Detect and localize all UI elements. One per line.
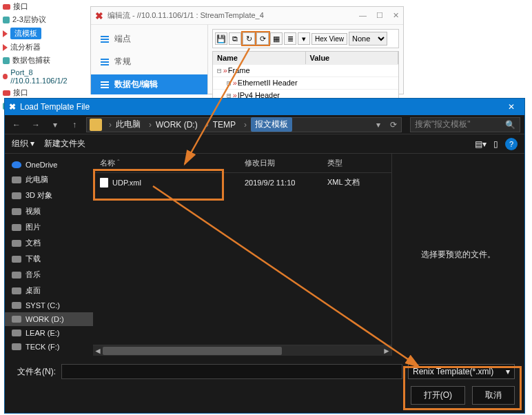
- nav-item-selected[interactable]: 流模板: [0, 26, 86, 41]
- sidebar-item[interactable]: 下载: [5, 251, 93, 267]
- sidebar-item-label: SYST (C:): [25, 301, 60, 310]
- sidebar-item-label: TECK (F:): [25, 343, 60, 351]
- search-input[interactable]: 搜索"报文模板" 🔍: [410, 117, 520, 132]
- open-button[interactable]: 打开(O): [411, 386, 465, 405]
- tool-import-icon[interactable]: ↻: [243, 32, 255, 45]
- crumb-item[interactable]: WORK (D:): [156, 120, 198, 130]
- file-list: 名称 ˆ 修改日期 类型 UDP.xml 2019/9/2 11:10 XML …: [93, 154, 392, 356]
- preview-text: 选择要预览的文件。: [421, 249, 495, 261]
- sidebar-item-label: 此电脑: [25, 174, 48, 185]
- scroll-right-icon[interactable]: ►: [382, 345, 391, 356]
- chevron-right-icon[interactable]: ›: [109, 120, 112, 130]
- nav-label: 接口: [13, 88, 28, 98]
- preview-pane-button[interactable]: ▯: [493, 139, 498, 149]
- sidebar-item[interactable]: 3D 对象: [5, 188, 93, 203]
- sidebar-item[interactable]: SYST (C:): [5, 298, 93, 312]
- tool-layers-icon[interactable]: ≣: [284, 32, 296, 45]
- dialog-titlebar: ✖ Load Template File ✕: [5, 99, 524, 115]
- nav-label: 流模板: [10, 28, 41, 39]
- tool-save-icon[interactable]: 💾: [215, 32, 227, 45]
- maximize-icon[interactable]: ☐: [376, 11, 383, 20]
- sidebar-item[interactable]: WORK (D:): [5, 312, 93, 326]
- col-name: Name: [213, 52, 306, 64]
- tool-down-icon[interactable]: ▾: [298, 32, 310, 45]
- grid-row[interactable]: ⊞» EthernetII Header: [213, 77, 398, 89]
- sidebar-item-label: 下载: [25, 254, 41, 264]
- horizontal-scrollbar[interactable]: ◄ ►: [93, 345, 391, 356]
- nav-label: 2-3层协议: [12, 14, 46, 25]
- col-type[interactable]: 类型: [327, 158, 385, 168]
- newfolder-button[interactable]: 新建文件夹: [44, 138, 85, 150]
- filename-input[interactable]: [61, 364, 402, 379]
- grid-row[interactable]: ⊟» Frame: [213, 64, 398, 77]
- nav-general[interactable]: 常规: [91, 52, 207, 72]
- nav-item[interactable]: 接口: [0, 0, 86, 13]
- window-titlebar: ✖ 编辑流 - //10.0.11.106/1/1 : StreamTempla…: [91, 7, 403, 25]
- crumb-item[interactable]: TEMP: [213, 120, 236, 130]
- chevron-down-icon[interactable]: ▾: [371, 118, 386, 132]
- sort-asc-icon: ˆ: [117, 159, 120, 167]
- filter-text: Renix Template(*.xml): [413, 367, 493, 376]
- sidebar-item[interactable]: 图片: [5, 219, 93, 235]
- close-icon[interactable]: ✕: [393, 11, 399, 20]
- tool-copy-icon[interactable]: ⧉: [229, 32, 241, 45]
- nav-item[interactable]: 2-3层协议: [0, 13, 86, 26]
- sidebar-item[interactable]: LEAR (E:): [5, 326, 93, 340]
- chevron-down-icon: ▾: [506, 367, 510, 376]
- search-icon: 🔍: [505, 120, 515, 130]
- file-type-select[interactable]: Renix Template(*.xml) ▾: [408, 364, 515, 379]
- recent-icon[interactable]: ▾: [48, 118, 63, 132]
- sidebar-item[interactable]: 此电脑: [5, 172, 93, 188]
- nav-item[interactable]: 流分析器: [0, 41, 86, 54]
- nav-item[interactable]: 数据包捕获: [0, 54, 86, 67]
- file-type: XML 文档: [327, 177, 385, 188]
- scroll-left-icon[interactable]: ◄: [93, 345, 103, 356]
- breadcrumb[interactable]: ›此电脑 ›WORK (D:) ›TEMP ›报文模板 ▾ ⟳: [86, 117, 402, 132]
- minimize-icon[interactable]: —: [359, 11, 367, 20]
- refresh-icon[interactable]: ⟳: [386, 118, 401, 132]
- sidebar-item-label: WORK (D:): [25, 315, 64, 323]
- col-date[interactable]: 修改日期: [245, 158, 327, 168]
- drive-icon: [12, 316, 21, 323]
- nav-label: 数据包捕获: [12, 55, 50, 65]
- tool-refresh-icon[interactable]: ⟳: [256, 32, 269, 45]
- dialog-footer: 文件名(N): Renix Template(*.xml) ▾ 打开(O) 取消: [5, 356, 524, 413]
- drive-icon: [12, 302, 21, 309]
- cancel-button[interactable]: 取消: [472, 386, 515, 405]
- col-name[interactable]: 名称 ˆ: [100, 158, 245, 168]
- hex-view-button[interactable]: Hex View: [311, 33, 347, 45]
- file-row[interactable]: UDP.xml 2019/9/2 11:10 XML 文档: [93, 173, 391, 192]
- help-icon[interactable]: ?: [505, 138, 518, 150]
- chevron-right-icon[interactable]: ›: [244, 120, 247, 130]
- forward-icon[interactable]: →: [28, 118, 43, 132]
- sidebar-item[interactable]: OneDrive: [5, 158, 93, 172]
- drive-icon: [12, 256, 21, 263]
- expand-icon[interactable]: ⊞: [227, 79, 232, 88]
- nav-item[interactable]: Port_8 //10.0.11.106/1/2: [0, 67, 86, 86]
- back-icon[interactable]: ←: [9, 118, 24, 132]
- chevron-right-icon[interactable]: ›: [206, 120, 209, 130]
- drive-icon: [12, 208, 21, 215]
- sidebar-item[interactable]: 音乐: [5, 267, 93, 283]
- view-mode-select[interactable]: None: [349, 32, 387, 45]
- collapse-icon[interactable]: ⊟: [217, 66, 222, 75]
- crumb-item[interactable]: 此电脑: [116, 119, 141, 130]
- sidebar-item-label: 3D 对象: [25, 190, 52, 201]
- close-icon[interactable]: ✕: [502, 102, 520, 112]
- sidebar-item[interactable]: 桌面: [5, 283, 93, 298]
- file-area: 名称 ˆ 修改日期 类型 UDP.xml 2019/9/2 11:10 XML …: [93, 154, 524, 356]
- view-mode-button[interactable]: ▤▾: [475, 139, 487, 149]
- tool-grid-icon[interactable]: ▦: [270, 32, 283, 45]
- frame-icon: »: [223, 66, 226, 74]
- sidebar-item[interactable]: 文档: [5, 235, 93, 251]
- nav-packet-edit[interactable]: 数据包/编辑: [91, 74, 207, 94]
- chevron-right-icon[interactable]: ›: [149, 120, 152, 130]
- crumb-item-current[interactable]: 报文模板: [251, 117, 292, 132]
- sidebar-item[interactable]: TECK (F:): [5, 340, 93, 354]
- sidebar-item-label: 桌面: [25, 285, 41, 296]
- nav-endpoint[interactable]: 端点: [91, 29, 207, 49]
- organize-menu[interactable]: 组织 ▾: [12, 138, 34, 150]
- sidebar-item[interactable]: 视频: [5, 203, 93, 219]
- scroll-thumb[interactable]: [103, 347, 282, 355]
- up-icon[interactable]: ↑: [67, 118, 82, 132]
